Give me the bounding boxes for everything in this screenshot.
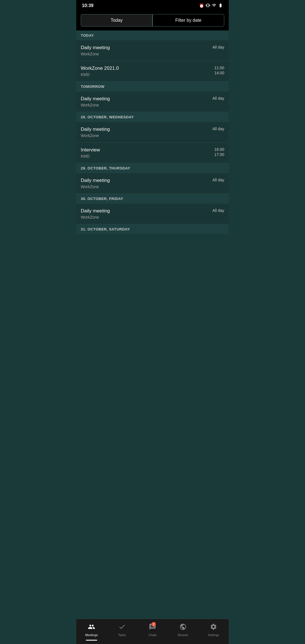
nav-item-chats[interactable]: 2Chats (137, 621, 168, 638)
event-item[interactable]: WorkZone 2021.0KMD11:0014:00 (76, 61, 229, 82)
section-header-today: TODAY (76, 31, 229, 40)
event-allday: All day (212, 96, 224, 101)
alarm-icon: ⏰ (199, 3, 204, 8)
meetings-icon (88, 623, 95, 632)
event-item[interactable]: Daily meetingWorkZoneAll day (76, 122, 229, 143)
nav-badge-chats: 2 (151, 622, 156, 626)
event-allday: All day (212, 127, 224, 131)
nav-label-chats: Chats (149, 633, 157, 637)
event-item[interactable]: Daily meetingWorkZoneAll day (76, 173, 229, 194)
event-time: 14:00 (214, 71, 224, 75)
nav-item-tasks[interactable]: Tasks (107, 621, 137, 638)
nav-label-tasks: Tasks (118, 633, 126, 637)
event-item[interactable]: Daily meetingWorkZoneAll day (76, 204, 229, 224)
section-header-oct30: 30. OCTOBER, FRIDAY (76, 194, 229, 204)
event-subtitle: KMD (81, 72, 119, 77)
event-subtitle: KMD (81, 154, 100, 158)
settings-icon (210, 623, 217, 632)
nav-label-browse: Browse (178, 633, 188, 637)
wifi-icon (212, 3, 216, 8)
event-allday: All day (212, 45, 224, 49)
event-allday: All day (212, 208, 224, 213)
event-item[interactable]: Daily meetingWorkZoneAll day (76, 40, 229, 61)
event-title: Interview (81, 147, 100, 153)
battery-icon (218, 3, 223, 8)
event-time: 16:00 (214, 147, 224, 152)
event-subtitle: WorkZone (81, 133, 110, 138)
status-icons: ⏰ (199, 3, 223, 8)
event-item[interactable]: Daily meetingWorkZoneAll day (76, 92, 229, 112)
status-bar: 10:39 ⏰ (76, 0, 229, 11)
event-subtitle: WorkZone (81, 184, 110, 189)
nav-item-settings[interactable]: Settings (198, 621, 229, 638)
event-allday: All day (212, 178, 224, 182)
event-item[interactable]: InterviewKMD16:0017:00 (76, 143, 229, 163)
today-filter-button[interactable]: Today (81, 14, 152, 27)
filter-by-date-button[interactable]: Filter by date (152, 14, 224, 27)
event-subtitle: WorkZone (81, 52, 110, 56)
event-time: 17:00 (214, 152, 224, 157)
section-header-oct28: 28. OCTOBER, WEDNESDAY (76, 112, 229, 122)
event-title: Daily meeting (81, 45, 110, 51)
filter-bar: Today Filter by date (76, 11, 229, 31)
section-header-oct31: 31. OCTOBER, SATURDAY (76, 224, 229, 234)
event-title: Daily meeting (81, 208, 110, 214)
nav-active-indicator (86, 640, 97, 641)
event-title: Daily meeting (81, 96, 110, 102)
nav-item-browse[interactable]: Browse (168, 621, 198, 638)
event-title: Daily meeting (81, 127, 110, 132)
event-time: 11:00 (214, 66, 224, 70)
tasks-icon (118, 623, 126, 632)
section-header-oct29: 29. OCTOBER, THURSDAY (76, 163, 229, 173)
event-title: Daily meeting (81, 178, 110, 183)
event-subtitle: WorkZone (81, 215, 110, 219)
event-subtitle: WorkZone (81, 103, 110, 107)
browse-icon (179, 623, 187, 632)
nav-item-meetings[interactable]: Meetings (76, 621, 107, 638)
section-header-tomorrow: TOMORROW (76, 82, 229, 92)
bottom-nav: MeetingsTasks2ChatsBrowseSettings (76, 619, 229, 644)
event-title: WorkZone 2021.0 (81, 66, 119, 71)
nav-label-meetings: Meetings (85, 633, 98, 637)
status-time: 10:39 (82, 3, 93, 8)
content-area: TODAYDaily meetingWorkZoneAll dayWorkZon… (76, 31, 229, 619)
nav-label-settings: Settings (208, 633, 219, 637)
vibrate-icon (206, 3, 210, 8)
